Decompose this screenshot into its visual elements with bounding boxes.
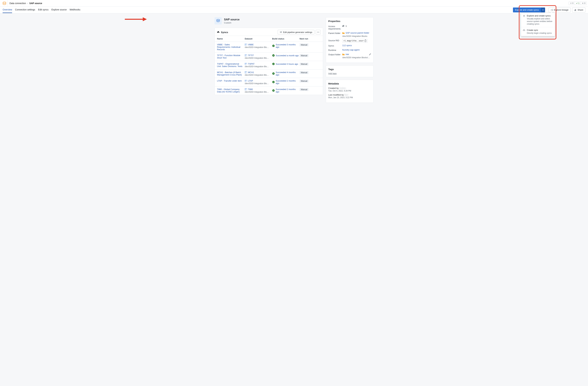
svg-point-3 <box>552 10 553 11</box>
tags-panel: Tags Add tags <box>326 65 374 77</box>
prop-output-label: Output folder <box>328 53 342 56</box>
edit-icon[interactable] <box>369 53 371 55</box>
dataset-link[interactable]: TFTIT <box>248 54 254 57</box>
svg-point-1 <box>551 10 551 10</box>
prop-access-count: 1 <box>346 25 347 27</box>
created-at: Tue, Oct 4, 2022, 5:28 PM <box>328 90 371 92</box>
status-fail[interactable]: 0 <box>581 2 587 5</box>
tabbar-actions: Explore and create syncs Explore lineage… <box>513 7 585 12</box>
tabbar: Overview Connection settings Edit syncs … <box>0 6 588 13</box>
folder-icon <box>342 32 345 34</box>
success-icon <box>272 89 275 92</box>
clipboard-icon[interactable] <box>364 40 366 42</box>
next-run-badge: Manual <box>299 54 309 57</box>
add-tags-link[interactable]: Add tags <box>328 72 336 75</box>
status-fail-count: 0 <box>584 2 585 4</box>
dataset-icon <box>245 88 247 90</box>
rid-value: ri.magritte..source.f075e006- <box>343 40 364 42</box>
svg-rect-23 <box>245 63 247 65</box>
dataset-link[interactable]: VBBE <box>248 43 254 46</box>
prop-runtime-link[interactable]: foundry-sap-agent <box>342 49 359 51</box>
dataset-path: /dev/SDDI Integration Blocks… <box>245 91 269 93</box>
source-icon <box>214 17 222 24</box>
svg-rect-41 <box>343 26 344 27</box>
next-run-badge: Manual <box>299 43 309 46</box>
dropdown-explore-create[interactable]: Explore and create syncs Visually explor… <box>521 13 555 27</box>
table-row: VBBE - Sales Requirements: Individual Re… <box>215 42 323 53</box>
prop-syncs-label: Syncs <box>328 44 342 47</box>
sync-name-link[interactable]: TFTIT - Function Module Short Text <box>217 54 240 59</box>
tab-explore-source[interactable]: Explore source <box>51 7 66 13</box>
dropdown-item2-desc: Directly begin creating syncs <box>527 32 552 34</box>
sliders-icon <box>280 31 282 33</box>
breadcrumb: Data connection › SAP source <box>9 2 42 4</box>
dataset-link[interactable]: T880 <box>248 88 253 90</box>
more-icon <box>317 32 319 32</box>
dataset-icon <box>245 44 247 46</box>
explore-create-syncs-caret[interactable] <box>541 7 545 12</box>
share-label: Share <box>578 9 583 11</box>
tab-overview[interactable]: Overview <box>3 7 12 13</box>
svg-rect-19 <box>245 55 247 56</box>
success-icon <box>272 44 275 47</box>
edit-pipeline-label: Edit pipeline generator settings <box>283 31 312 33</box>
right-column: Properties Access requirements 1 Parent … <box>326 17 374 103</box>
svg-rect-42 <box>365 40 366 42</box>
svg-rect-31 <box>245 80 247 82</box>
explore-create-syncs-button[interactable]: Explore and create syncs <box>513 7 541 12</box>
sync-name-link[interactable]: VBBE - Sales Requirements: Individual Re… <box>217 43 240 51</box>
org-icon <box>342 25 345 27</box>
app-logo-cell[interactable] <box>1 0 7 6</box>
prop-syncs-link[interactable]: 112 syncs <box>342 44 352 47</box>
success-icon <box>272 63 275 65</box>
prop-parent-link[interactable]: SAP source parent folder <box>346 32 369 34</box>
svg-point-0 <box>3 2 6 3</box>
prop-output-path: /dev/SDDI Integration Blocks/… <box>342 56 371 59</box>
prop-parent-folder: Parent folder SAP source parent folder /… <box>328 32 371 37</box>
syncs-more-button[interactable] <box>316 30 321 34</box>
dataset-link[interactable]: TSPAT <box>248 63 254 65</box>
prop-runtime: Runtime foundry-sap-agent <box>328 49 371 51</box>
build-status-link[interactable]: Succeeded 2 months ago <box>276 88 299 93</box>
build-status-link[interactable]: Succeeded 2 months ago <box>276 80 299 84</box>
svg-point-11 <box>282 31 282 32</box>
topbar: Data connection › SAP source 0 1 0 <box>0 0 588 6</box>
svg-rect-35 <box>245 88 247 90</box>
topbar-status: 0 1 0 <box>568 2 587 5</box>
prop-output-link[interactable]: raw <box>346 53 349 56</box>
dataset-path: /dev/SDDI Integration Blocks… <box>245 82 269 85</box>
tab-webhooks[interactable]: Webhooks <box>70 7 81 13</box>
breadcrumb-parent[interactable]: Data connection <box>9 2 26 4</box>
dataset-path: /dev/SDDI Integration Blocks… <box>245 57 269 59</box>
properties-title: Properties <box>328 20 371 22</box>
tab-connection-settings[interactable]: Connection settings <box>15 7 35 13</box>
explore-lineage-button[interactable]: Explore lineage <box>548 7 571 12</box>
syncs-panel: Syncs Edit pipeline generator settings N… <box>214 28 323 95</box>
modified-by: Bart <box>344 94 348 96</box>
edit-pipeline-settings-button[interactable]: Edit pipeline generator settings <box>278 30 315 34</box>
build-status-link[interactable]: Succeeded 3 hours ago <box>276 63 298 65</box>
sync-name-link[interactable]: MCH1 - Batches (if Batch Management Cros… <box>217 71 242 76</box>
dropdown-create-sync[interactable]: Create sync Directly begin creating sync… <box>521 27 555 36</box>
tab-edit-syncs[interactable]: Edit syncs <box>38 7 48 13</box>
svg-rect-40 <box>343 25 344 26</box>
sync-name-link[interactable]: T880 - Global Company Data (for KONS Led… <box>217 88 240 93</box>
sync-name-link[interactable]: LTAP - Transfer order item <box>217 80 242 82</box>
dataset-icon <box>245 71 247 73</box>
status-success[interactable]: 1 <box>575 2 581 5</box>
prop-access-value: 1 <box>342 25 371 27</box>
rid-value-box[interactable]: ri.magritte..source.f075e006- <box>342 39 368 42</box>
build-status-link[interactable]: Succeeded 3 months ago <box>276 43 299 48</box>
status-refresh[interactable]: 0 <box>569 2 575 5</box>
build-status-link[interactable]: Succeeded a month ago <box>276 54 299 57</box>
table-row: MCH1 - Batches (if Batch Management Cros… <box>215 69 323 78</box>
lineage-icon <box>551 9 553 11</box>
dataset-link[interactable]: MCH1 <box>248 71 254 74</box>
svg-point-10 <box>281 32 281 33</box>
svg-point-13 <box>318 32 318 32</box>
dataset-link[interactable]: LTAP <box>248 80 253 82</box>
sync-name-link[interactable]: TSPAT - Organizational Unit: Sales Divis… <box>217 63 242 67</box>
share-button[interactable]: Share <box>572 7 585 12</box>
build-status-link[interactable]: Succeeded 4 months ago <box>276 71 299 76</box>
dropdown-item1-desc: Visually explore and select source syste… <box>527 18 553 25</box>
